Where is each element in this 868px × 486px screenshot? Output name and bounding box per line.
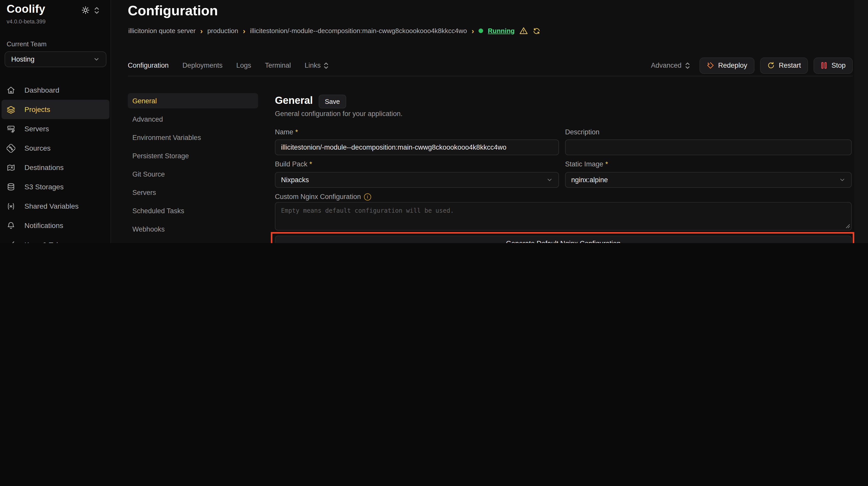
subnav-scheduled-tasks[interactable]: Scheduled Tasks bbox=[128, 203, 258, 218]
sidebar-item-label: Shared Variables bbox=[25, 202, 79, 210]
sidebar-item-destinations[interactable]: Destinations bbox=[0, 158, 111, 177]
app-version: v4.0.0-beta.399 bbox=[7, 18, 45, 25]
subnav-preview-deployments[interactable]: Preview Deployments bbox=[128, 240, 258, 243]
tab-bar: Configuration Deployments Logs Terminal … bbox=[128, 55, 853, 76]
restart-icon bbox=[767, 62, 775, 69]
team-select[interactable]: Hosting bbox=[5, 52, 106, 67]
chevron-updown-icon bbox=[94, 6, 99, 14]
custom-nginx-label: Custom Nginx Configuration bbox=[275, 193, 371, 200]
sidebar-item-s3-storages[interactable]: S3 Storages bbox=[0, 177, 111, 196]
breadcrumb-project[interactable]: illicitonion quote server bbox=[128, 27, 195, 35]
redeploy-button[interactable]: Redeploy bbox=[699, 57, 754, 73]
config-subnav: General Advanced Environment Variables P… bbox=[128, 93, 258, 243]
warning-triangle-icon bbox=[519, 27, 528, 35]
subnav-general[interactable]: General bbox=[128, 93, 258, 108]
custom-nginx-textarea[interactable] bbox=[275, 202, 852, 230]
stop-label: Stop bbox=[831, 62, 846, 69]
chevron-down-icon bbox=[93, 56, 100, 63]
sidebar-item-label: Notifications bbox=[25, 221, 63, 229]
page-title: Configuration bbox=[128, 3, 218, 19]
coolify-app: Coolify v4.0.0-beta.399 Current Team Hos… bbox=[0, 0, 868, 243]
stop-icon bbox=[820, 62, 827, 69]
resize-handle-icon[interactable] bbox=[846, 224, 850, 228]
sidebar-item-sources[interactable]: Sources bbox=[0, 138, 111, 158]
required-asterisk: * bbox=[310, 160, 312, 168]
map-icon bbox=[7, 163, 15, 172]
restart-button[interactable]: Restart bbox=[760, 57, 808, 73]
subnav-persistent-storage[interactable]: Persistent Storage bbox=[128, 148, 258, 163]
subnav-environment-variables[interactable]: Environment Variables bbox=[128, 130, 258, 145]
build-pack-value: Nixpacks bbox=[281, 176, 309, 184]
tabs: Configuration Deployments Logs Terminal … bbox=[128, 62, 328, 69]
sidebar-item-label: Destinations bbox=[25, 163, 64, 171]
tab-logs[interactable]: Logs bbox=[236, 62, 251, 69]
subnav-git-source[interactable]: Git Source bbox=[128, 166, 258, 182]
sidebar-item-servers[interactable]: Servers bbox=[0, 119, 111, 138]
name-label: Name* bbox=[275, 128, 298, 136]
status-running-link[interactable]: Running bbox=[488, 27, 515, 35]
chevron-down-icon bbox=[546, 176, 553, 183]
subnav-advanced[interactable]: Advanced bbox=[128, 111, 258, 127]
team-select-value: Hosting bbox=[11, 56, 35, 63]
static-image-label-text: Static Image bbox=[565, 160, 603, 168]
static-image-label: Static Image* bbox=[565, 160, 608, 168]
sidebar-item-projects[interactable]: Projects bbox=[2, 100, 110, 119]
layers-icon bbox=[7, 105, 15, 114]
git-icon bbox=[7, 144, 15, 153]
subnav-webhooks[interactable]: Webhooks bbox=[128, 221, 258, 237]
app-logo[interactable]: Coolify bbox=[7, 3, 45, 16]
tab-terminal[interactable]: Terminal bbox=[265, 62, 291, 69]
tab-deployments[interactable]: Deployments bbox=[183, 62, 223, 69]
restart-label: Restart bbox=[779, 62, 801, 69]
tab-actions: Advanced Redeploy Restart Stop bbox=[651, 57, 853, 73]
generate-default-nginx-button[interactable]: Generate Default Nginx Configuration bbox=[275, 236, 852, 243]
redeploy-icon bbox=[706, 62, 714, 69]
build-pack-label: Build Pack* bbox=[275, 160, 312, 168]
subnav-servers[interactable]: Servers bbox=[128, 185, 258, 200]
database-icon bbox=[7, 183, 15, 191]
name-input[interactable] bbox=[275, 139, 559, 155]
breadcrumb: illicitonion quote server production ill… bbox=[128, 27, 541, 35]
sidebar-item-notifications[interactable]: Notifications bbox=[0, 216, 111, 235]
static-image-value: nginx:alpine bbox=[571, 176, 608, 184]
redeploy-label: Redeploy bbox=[718, 62, 747, 69]
breadcrumb-environment[interactable]: production bbox=[207, 27, 238, 35]
sidebar-item-label: Sources bbox=[25, 144, 51, 152]
advanced-select-label: Advanced bbox=[651, 62, 681, 69]
tab-links-label: Links bbox=[305, 62, 321, 69]
description-input[interactable] bbox=[565, 139, 852, 155]
sidebar-item-keys-tokens[interactable]: Keys & Tokens bbox=[0, 235, 111, 243]
info-icon bbox=[364, 193, 371, 200]
chevron-updown-icon bbox=[324, 62, 328, 69]
name-label-text: Name bbox=[275, 128, 293, 136]
tab-configuration[interactable]: Configuration bbox=[128, 62, 169, 69]
sidebar-item-label: Projects bbox=[25, 105, 50, 114]
theme-select[interactable] bbox=[82, 6, 99, 14]
sidebar-item-shared-variables[interactable]: Shared Variables bbox=[0, 196, 111, 216]
stop-button[interactable]: Stop bbox=[813, 57, 853, 73]
section-general-heading: General bbox=[275, 95, 313, 106]
build-pack-label-text: Build Pack bbox=[275, 160, 308, 168]
sidebar-item-dashboard[interactable]: Dashboard bbox=[0, 80, 111, 100]
breadcrumb-resource[interactable]: illicitestonion/-module--decomposition:m… bbox=[250, 27, 467, 35]
refresh-icon[interactable] bbox=[532, 27, 541, 35]
right-gutter bbox=[854, 0, 868, 243]
build-pack-select[interactable]: Nixpacks bbox=[275, 172, 559, 188]
sidebar: Coolify v4.0.0-beta.399 Current Team Hos… bbox=[0, 0, 111, 243]
custom-nginx-wrap bbox=[275, 202, 852, 230]
save-button[interactable]: Save bbox=[319, 95, 346, 108]
advanced-select[interactable]: Advanced bbox=[651, 62, 689, 69]
status-dot bbox=[479, 29, 484, 33]
bell-icon bbox=[7, 221, 15, 230]
server-icon bbox=[7, 124, 15, 133]
chevron-down-icon bbox=[839, 176, 846, 183]
sidebar-nav: Dashboard Projects Servers Sources Desti… bbox=[0, 80, 111, 243]
chevron-right-icon bbox=[472, 27, 474, 35]
sidebar-item-label: Servers bbox=[25, 125, 49, 133]
home-icon bbox=[7, 86, 15, 94]
description-label: Description bbox=[565, 128, 599, 136]
chevron-right-icon bbox=[200, 27, 203, 35]
sun-icon bbox=[82, 6, 90, 14]
tab-links[interactable]: Links bbox=[305, 62, 328, 69]
static-image-select[interactable]: nginx:alpine bbox=[565, 172, 852, 188]
